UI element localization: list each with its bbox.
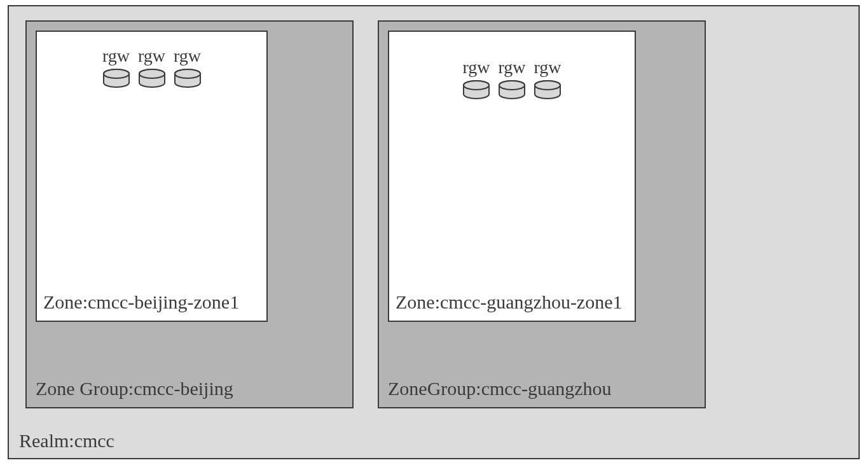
zonegroups-row: rgw rgw — [25, 20, 706, 408]
zone-beijing: rgw rgw — [36, 31, 268, 322]
cylinder-icon — [102, 69, 130, 88]
svg-point-3 — [139, 69, 165, 78]
rgw-instance: rgw — [534, 57, 561, 99]
svg-point-7 — [464, 81, 489, 90]
svg-point-1 — [104, 69, 129, 78]
rgw-row-guangzhou: rgw rgw — [389, 57, 635, 99]
rgw-row-beijing: rgw rgw — [37, 46, 266, 88]
cylinder-icon — [462, 80, 490, 99]
rgw-label: rgw — [174, 46, 201, 66]
cylinder-icon — [174, 69, 202, 88]
rgw-label: rgw — [498, 57, 525, 78]
zonegroup-label: ZoneGroup:cmcc-guangzhou — [388, 378, 612, 399]
rgw-label: rgw — [102, 46, 130, 66]
cylinder-icon — [498, 80, 526, 99]
rgw-instance: rgw — [498, 57, 526, 99]
zonegroup-label: Zone Group:cmcc-beijing — [36, 378, 233, 399]
rgw-instance: rgw — [138, 46, 166, 88]
rgw-instance: rgw — [462, 57, 490, 99]
zonegroup-guangzhou: rgw rgw — [378, 20, 706, 408]
svg-point-5 — [175, 69, 200, 78]
realm-container: rgw rgw — [8, 5, 860, 459]
cylinder-icon — [534, 80, 561, 99]
zonegroup-beijing: rgw rgw — [25, 20, 354, 408]
rgw-instance: rgw — [102, 46, 130, 88]
realm-label: Realm:cmcc — [19, 430, 114, 452]
svg-point-9 — [499, 81, 525, 90]
rgw-instance: rgw — [174, 46, 202, 88]
cylinder-icon — [138, 69, 166, 88]
rgw-label: rgw — [138, 46, 165, 66]
zone-label: Zone:cmcc-beijing-zone1 — [43, 291, 239, 313]
rgw-label: rgw — [462, 57, 490, 78]
zone-guangzhou: rgw rgw — [388, 31, 636, 322]
svg-point-11 — [535, 81, 560, 90]
zone-label: Zone:cmcc-guangzhou-zone1 — [396, 291, 623, 313]
rgw-label: rgw — [534, 57, 561, 78]
